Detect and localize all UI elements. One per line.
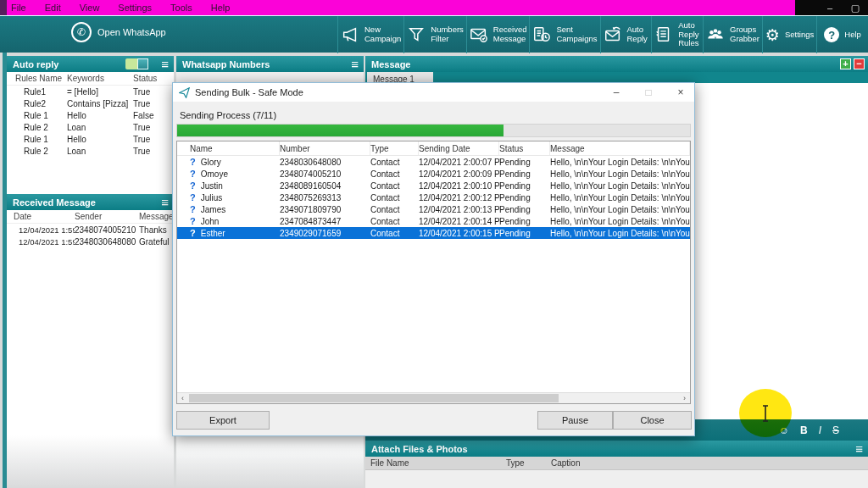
contact-type: Contact: [370, 169, 419, 179]
rule-status: True: [133, 87, 174, 97]
menu-view[interactable]: View: [80, 3, 119, 13]
strikethrough-icon[interactable]: S: [832, 424, 839, 436]
auto-reply-panel-title: Auto reply: [13, 59, 58, 69]
zoom-in-button[interactable]: +: [840, 58, 851, 69]
message-preview: Hello, \n\nYour Login Details: \n\nYour …: [550, 169, 690, 179]
auto-reply-rule-row[interactable]: Rule 2LoanTrue: [7, 121, 174, 133]
column-header[interactable]: Message: [550, 141, 690, 155]
auto-reply-rule-row[interactable]: Rule 1HelloTrue: [7, 133, 174, 145]
rule-keywords: Contains [Pizza]: [67, 99, 133, 108]
minimize-window-button[interactable]: –: [817, 0, 843, 15]
envelope-received-icon: [470, 25, 488, 44]
contact-row[interactable]: ?Omoye2348074005210Contact12/04/2021 2:0…: [177, 168, 690, 180]
contact-name: Glory: [201, 158, 221, 167]
menu-help[interactable]: Help: [211, 3, 249, 13]
rule-keywords: Hello: [67, 135, 133, 144]
contact-row[interactable]: ?Julius2348075269313Contact12/04/2021 2:…: [177, 191, 690, 203]
pause-button[interactable]: Pause: [537, 411, 613, 430]
rule-name: Rule 2: [7, 147, 67, 156]
auto-reply-rule-row[interactable]: Rule2Contains [Pizza]True: [7, 97, 174, 109]
auto-reply-rule-row[interactable]: Rule 2LoanTrue: [7, 145, 174, 157]
column-header[interactable]: Sending Date: [419, 141, 499, 155]
attach-menu-icon[interactable]: ≡: [855, 441, 863, 457]
message-preview: Hello, \n\nYour Login Details: \n\nYour …: [550, 193, 690, 202]
contact-row[interactable]: ?Justin2348089160504Contact12/04/2021 2:…: [177, 180, 690, 191]
column-header: Keywords: [67, 74, 133, 83]
toolbar-button-label: Sent Campaigns: [556, 25, 597, 44]
open-whatsapp-label: Open WhatsApp: [97, 27, 166, 37]
dialog-minimize-button[interactable]: –: [603, 83, 630, 102]
contact-name: Omoye: [201, 169, 228, 179]
settings-button[interactable]: ⚙ Settings: [762, 16, 816, 53]
sending-table: Name Number Type Sending Date Status Mes…: [176, 141, 691, 404]
question-mark-icon: ?: [190, 180, 196, 191]
auto-reply-panel: Auto reply ≡ Rules Name Keywords Status …: [7, 56, 174, 194]
received-date: 12/04/2021 1:59...: [7, 237, 75, 247]
contact-number: 2348075269313: [280, 193, 370, 202]
contact-type: Contact: [370, 229, 419, 238]
rule-name: Rule 1: [7, 135, 67, 144]
contact-number: 2349071809790: [280, 205, 370, 214]
contact-row[interactable]: ?James2349071809790Contact12/04/2021 2:0…: [177, 203, 690, 215]
dialog-maximize-button[interactable]: □: [635, 83, 662, 102]
menu-settings[interactable]: Settings: [118, 3, 170, 13]
rule-keywords: Loan: [67, 147, 133, 156]
auto-reply-menu-icon[interactable]: ≡: [161, 56, 169, 72]
received-menu-icon[interactable]: ≡: [161, 194, 169, 210]
scrollbar-thumb[interactable]: [189, 394, 559, 402]
help-button[interactable]: ? Help: [816, 16, 868, 53]
contact-row[interactable]: ?Esther2349029071659Contact12/04/2021 2:…: [177, 227, 690, 239]
menu-file[interactable]: File: [11, 3, 45, 13]
column-header: File Name: [365, 458, 501, 468]
question-mark-icon: ?: [190, 228, 196, 238]
rule-keywords: = [Hello]: [67, 87, 133, 97]
auto-reply-rule-row[interactable]: Rule1= [Hello]True: [7, 86, 174, 97]
numbers-menu-icon[interactable]: ≡: [351, 56, 359, 72]
received-message-row[interactable]: 12/04/2021 1:59...2348030648080Grateful …: [7, 236, 174, 247]
new-campaign-button[interactable]: New Campaign: [337, 16, 403, 53]
bold-icon[interactable]: B: [800, 424, 808, 436]
contact-type: Contact: [370, 205, 419, 214]
column-header[interactable]: Name: [177, 141, 280, 155]
rule-status: True: [133, 99, 174, 108]
close-button[interactable]: Close: [613, 411, 692, 430]
message-preview: Hello, \n\nYour Login Details: \n\nYour …: [550, 158, 690, 167]
message-preview: Hello, \n\nYour Login Details: \n\nYour …: [550, 181, 690, 191]
horizontal-scrollbar[interactable]: ‹ ›: [177, 392, 690, 403]
dialog-close-icon[interactable]: ×: [667, 83, 694, 102]
column-header[interactable]: Status: [499, 141, 550, 155]
column-header: Caption: [546, 458, 868, 468]
dialog-title-bar[interactable]: Sending Bulk - Safe Mode – □ ×: [173, 83, 694, 102]
auto-reply-toggle[interactable]: [125, 58, 148, 69]
zoom-out-button[interactable]: −: [854, 58, 865, 69]
received-message-row[interactable]: 12/04/2021 1:59...2348074005210Thanks: [7, 224, 174, 236]
sending-status: Pending: [499, 229, 550, 238]
auto-reply-columns: Rules Name Keywords Status: [7, 72, 174, 86]
contact-name: John: [201, 217, 220, 226]
message-preview: Hello, \n\nYour Login Details: \n\nYour …: [550, 205, 690, 214]
auto-reply-rule-row[interactable]: Rule 1HelloFalse: [7, 109, 174, 121]
progress-bar: [176, 124, 691, 137]
column-header[interactable]: Type: [370, 141, 419, 155]
restore-window-button[interactable]: ▢: [843, 0, 868, 15]
open-whatsapp-button[interactable]: ✆ Open WhatsApp: [71, 22, 166, 42]
toolbar: ✆ Open WhatsApp New Campaign Numbers Fil…: [0, 15, 868, 53]
contact-row[interactable]: ?John2347084873447Contact12/04/2021 2:00…: [177, 215, 690, 227]
italic-icon[interactable]: I: [819, 424, 821, 436]
received-message-button[interactable]: Received Message: [466, 16, 530, 53]
auto-reply-rules-button[interactable]: Auto Reply Rules: [651, 16, 703, 53]
column-header[interactable]: Number: [280, 141, 370, 155]
groups-grabber-button[interactable]: Groups Grabber: [703, 16, 762, 53]
scroll-right-icon[interactable]: ›: [679, 393, 690, 403]
menu-tools[interactable]: Tools: [170, 3, 211, 13]
menu-bar: File Edit View Settings Tools Help: [0, 0, 868, 15]
contact-row[interactable]: ?Glory2348030648080Contact12/04/2021 2:0…: [177, 156, 690, 168]
export-button[interactable]: Export: [176, 411, 270, 430]
numbers-filter-button[interactable]: Numbers Filter: [403, 16, 466, 53]
auto-reply-button[interactable]: Auto Reply: [600, 16, 652, 53]
scroll-left-icon[interactable]: ‹: [177, 393, 188, 403]
sent-campaigns-button[interactable]: Sent Campaigns: [529, 16, 599, 53]
menu-edit[interactable]: Edit: [45, 3, 80, 13]
message-panel-title: Message: [371, 59, 410, 69]
received-message-panel: Received Message ≡ Date Sender Message 1…: [7, 194, 174, 488]
